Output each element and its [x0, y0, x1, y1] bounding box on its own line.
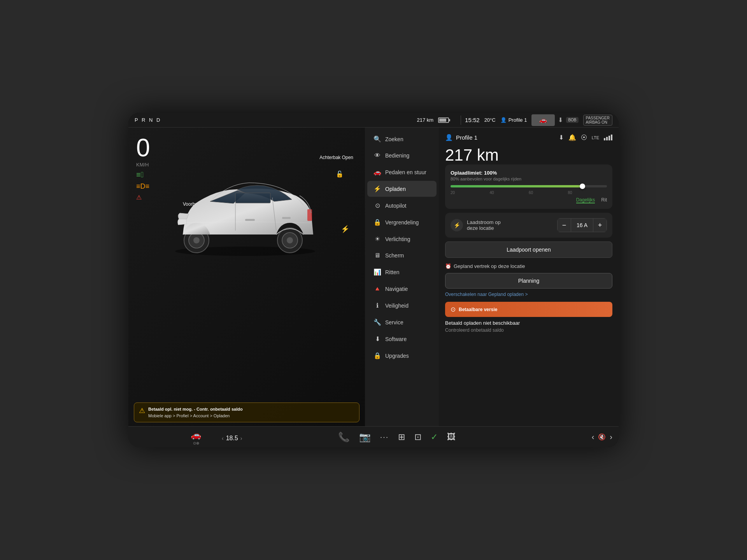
svg-rect-7 [235, 193, 270, 203]
taskbar-check[interactable]: ✓ [431, 432, 438, 442]
menu-item-scherm[interactable]: 🖥 Scherm [367, 248, 437, 263]
menu-label-verlichting: Verlichting [385, 236, 410, 242]
bell-icon[interactable]: 🔔 [568, 134, 576, 141]
menu-item-autopilot[interactable]: ⊙ Autopilot [367, 198, 437, 214]
car-bottom-icons-row: ⊙⊕ [193, 441, 199, 445]
steering-icon: 🚗 [374, 168, 381, 176]
charge-slider-track[interactable] [451, 185, 607, 187]
menu-label-pedalen: Pedalen en stuur [385, 169, 426, 175]
taskbar-camera[interactable]: 📷 [359, 432, 371, 443]
tick-80: 80 [568, 191, 572, 195]
autopilot-icon: ⊙ [374, 202, 381, 209]
tick-40: 40 [490, 191, 494, 195]
status-time: 15:52 [465, 117, 480, 123]
tesla-screen: P R N D 217 km 15:52 20°C 👤 Profile 1 🚗 … [128, 113, 619, 447]
switch-planned-link[interactable]: Overschakelen naar Gepland opladen > [445, 292, 612, 297]
menu-item-veiligheid[interactable]: ℹ Veiligheid [367, 298, 437, 313]
menu-item-service[interactable]: 🔧 Service [367, 314, 437, 330]
taskbar-image[interactable]: 🖼 [447, 432, 456, 442]
taskbar-dots[interactable]: ··· [380, 432, 389, 441]
clock-icon: ⏰ [445, 263, 451, 269]
download-header-icon[interactable]: ⬇ [559, 134, 564, 141]
info-icon: ℹ [374, 302, 381, 309]
stepper-decrease-btn[interactable]: − [557, 218, 571, 232]
error-badge-text: Betaalbare versie [459, 307, 497, 312]
menu-item-vergrendeling[interactable]: 🔒 Vergrendeling [367, 214, 437, 230]
planning-button[interactable]: Planning [445, 273, 612, 289]
range-value-big: 217 km [445, 146, 499, 164]
menu-label-opladen: Opladen [385, 186, 406, 192]
mute-icon[interactable]: 🔇 [598, 433, 606, 441]
back-icon[interactable]: ‹ [592, 432, 594, 441]
bolt-icon: ⚡ [374, 185, 381, 192]
signal-bars [604, 135, 612, 140]
range-big-display: 217 km [445, 146, 612, 164]
range-display: 217 km [417, 117, 433, 123]
charge-limit-subtitle: 80% aanbevolen voor dagelijks rijden [451, 177, 607, 181]
car-visualization: Achterbak Open 🔓 Voorbak Open [152, 147, 365, 395]
charge-ticks: 20 40 60 80 [451, 191, 607, 195]
speed-value: 0 [136, 135, 150, 160]
svg-point-6 [287, 237, 293, 243]
menu-item-opladen[interactable]: ⚡ Opladen [367, 181, 437, 197]
daily-mode-btn[interactable]: Dagelijks [576, 197, 595, 203]
charge-mode-row: Dagelijks Rit [451, 197, 607, 203]
menu-label-zoeken: Zoeken [385, 136, 403, 142]
error-subtitle: Controleerd onbetaald saldo [445, 327, 612, 333]
download-icon: ⬇ [558, 116, 563, 124]
charging-icon: ⚡ [341, 225, 349, 233]
taskbar-right: ‹ 🔇 › [592, 432, 612, 441]
trip-mode-btn[interactable]: Rit [601, 197, 607, 203]
menu-label-navigatie: Navigatie [385, 286, 408, 292]
stepper-value: 16 A [571, 218, 593, 232]
stepper-increase-btn[interactable]: + [593, 218, 607, 232]
menu-item-software[interactable]: ⬇ Software [367, 331, 437, 347]
error-title: Betaald opladen niet beschikbaar [445, 320, 612, 326]
status-bar: P R N D 217 km 15:52 20°C 👤 Profile 1 🚗 … [128, 113, 619, 128]
light-icon: ☀ [374, 235, 381, 243]
header-icons-row: ⬇ 🔔 ⦿ LTE [559, 134, 612, 141]
upgrades-icon: 🔒 [374, 352, 381, 359]
menu-item-ritten[interactable]: 📊 Ritten [367, 264, 437, 280]
profile-button[interactable]: 👤 Profile 1 [500, 117, 527, 123]
taskbar-grid[interactable]: ⊡ [414, 432, 421, 442]
lte-icon: LTE [592, 135, 599, 140]
battery-icon [438, 117, 449, 123]
wrench-icon: 🔧 [374, 318, 381, 326]
open-port-button[interactable]: Laadpoort openen [445, 242, 612, 258]
content-title-row: 👤 Profile 1 [445, 134, 477, 141]
menu-item-bediening[interactable]: 👁 Bediening [367, 148, 437, 163]
svg-rect-10 [245, 219, 255, 221]
menu-label-ritten: Ritten [385, 269, 400, 275]
bluetooth-header-icon[interactable]: ⦿ [581, 134, 587, 141]
signal-bar-1 [604, 138, 605, 140]
menu-item-verlichting[interactable]: ☀ Verlichting [367, 231, 437, 247]
battery-fill [439, 119, 446, 122]
menu-item-upgrades[interactable]: 🔒 Upgrades [367, 348, 437, 364]
svg-rect-11 [282, 217, 291, 219]
chart-icon: 📊 [374, 268, 381, 276]
temp-left-arrow: ‹ [222, 435, 224, 441]
search-icon: 🔍 [374, 135, 381, 143]
tick-60: 60 [529, 191, 533, 195]
car-bottom-icon: 🚗 [191, 430, 201, 440]
content-profile-title: Profile 1 [456, 134, 477, 141]
error-content: Betaalbare versie [459, 307, 497, 312]
left-panel: 0 KM/H ≡⃝ ≡D≡ ⚠ Achterbak Open 🔓 Voorbak… [128, 128, 365, 426]
taskbar-cards[interactable]: ⊞ [398, 432, 405, 442]
forward-icon[interactable]: › [610, 432, 612, 441]
menu-item-zoeken[interactable]: 🔍 Zoeken [367, 131, 437, 147]
menu-item-pedalen[interactable]: 🚗 Pedalen en stuur [367, 164, 437, 180]
menu-item-navigatie[interactable]: 🔺 Navigatie [367, 281, 437, 297]
error-banner: ⊙ Betaalbare versie [445, 302, 612, 317]
car-thumbnail: 🚗 [531, 114, 555, 126]
dots-icon: ··· [380, 432, 389, 441]
warning-icon: ⚠ [139, 406, 145, 415]
indicator-green-1: ≡⃝ [136, 170, 149, 179]
charge-slider-thumb[interactable] [580, 184, 585, 189]
car-temp-area: 🚗 ⊙⊕ [191, 430, 201, 445]
taskbar-phone[interactable]: 📞 [338, 432, 350, 443]
menu-label-scherm: Scherm [385, 252, 404, 259]
lock-indicator-icon: 🔓 [336, 170, 344, 178]
charge-stepper[interactable]: − 16 A + [557, 218, 607, 232]
